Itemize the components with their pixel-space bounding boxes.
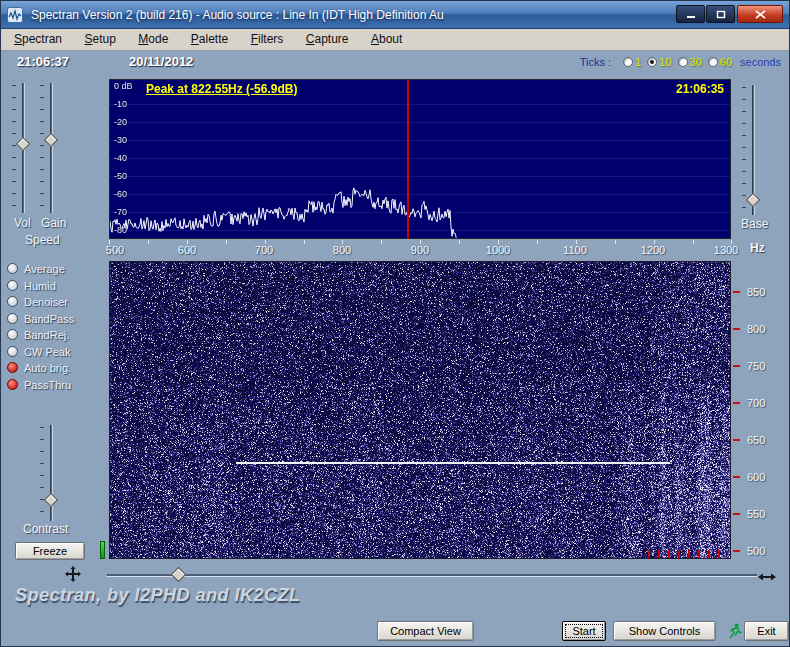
toggle-humid[interactable]: Humid: [7, 278, 103, 293]
resize-arrows-icon[interactable]: [758, 569, 776, 587]
tick-radio-60[interactable]: [708, 57, 718, 67]
offset-scrollbar-thumb[interactable]: [171, 567, 187, 583]
radio-dot: [650, 60, 654, 64]
tick-radio-10[interactable]: [647, 57, 657, 67]
show-controls-button[interactable]: Show Controls: [613, 621, 716, 641]
waterfall-canvas: [110, 262, 730, 558]
spectrum-panel[interactable]: 0 dB -10 -20 -30 -40 -50 -60 -70 -80 Pea…: [109, 79, 731, 239]
db-label: -30: [114, 135, 127, 145]
menubar: Spectran Setup Mode Palette Filters Capt…: [1, 29, 789, 51]
menu-spectran[interactable]: Spectran: [5, 29, 71, 50]
exit-button[interactable]: Exit: [744, 621, 789, 641]
menu-palette[interactable]: Palette: [182, 29, 237, 50]
base-slider[interactable]: [747, 85, 761, 215]
frequency-scale: 500 600 700 800 900 1000 1100 1200 1300: [1, 240, 789, 260]
vol-slider[interactable]: [17, 83, 31, 213]
db-label: 0 dB: [114, 81, 133, 91]
db-label: -40: [114, 153, 127, 163]
wf-freq-tick: [733, 476, 740, 478]
minimize-button[interactable]: [676, 5, 705, 23]
gain-slider-thumb[interactable]: [44, 133, 58, 147]
wf-freq-label: 550: [747, 508, 765, 520]
toggle-average[interactable]: Average: [7, 261, 103, 276]
tick-radio-1[interactable]: [623, 57, 633, 67]
exit-runner-icon: [728, 623, 742, 643]
current-time: 21:06:37: [17, 54, 69, 69]
toggle-led: [7, 346, 18, 357]
toggle-led: [7, 379, 18, 390]
maximize-button[interactable]: [706, 5, 735, 23]
titlebar[interactable]: Spectran Version 2 (build 216) - Audio s…: [1, 1, 789, 29]
wf-freq-tick: [733, 513, 740, 515]
freq-label: 900: [411, 244, 429, 256]
start-button[interactable]: Start: [562, 621, 606, 641]
freq-label: 500: [106, 244, 124, 256]
tick-option-label: 30: [690, 56, 702, 68]
wf-freq-tick: [733, 365, 740, 367]
wf-freq-tick: [733, 550, 740, 552]
toggle-passthru[interactable]: PassThru: [7, 377, 103, 392]
freq-label: 1100: [563, 244, 587, 256]
app-icon: [7, 7, 23, 23]
wf-freq-tick: [733, 402, 740, 404]
pan-icon[interactable]: [65, 566, 81, 586]
frequency-cursor: [407, 80, 409, 238]
slider-ticks: [40, 427, 44, 519]
toggle-bandrej[interactable]: BandRej.: [7, 327, 103, 342]
menu-about[interactable]: About: [362, 29, 411, 50]
freq-label: 800: [333, 244, 351, 256]
contrast-slider-thumb[interactable]: [44, 493, 58, 507]
menu-capture[interactable]: Capture: [297, 29, 358, 50]
toggle-led: [7, 362, 18, 373]
wf-freq-label: 800: [747, 323, 765, 335]
wf-freq-label: 850: [747, 286, 765, 298]
toggle-auto-brightness[interactable]: Auto brig.: [7, 360, 103, 375]
spectrum-timestamp: 21:06:35: [676, 82, 724, 96]
window-title: Spectran Version 2 (build 216) - Audio s…: [31, 1, 444, 29]
freq-label: 1000: [486, 244, 510, 256]
toggle-denoiser[interactable]: Denoiser: [7, 294, 103, 309]
wf-freq-label: 600: [747, 471, 765, 483]
slider-ticks: [40, 85, 44, 211]
gain-slider[interactable]: [45, 83, 59, 213]
freq-label: 600: [178, 244, 196, 256]
toggle-led: [7, 280, 18, 291]
menu-filters[interactable]: Filters: [242, 29, 293, 50]
vol-slider-thumb[interactable]: [16, 137, 30, 151]
toggle-led: [7, 329, 18, 340]
wf-freq-tick: [733, 328, 740, 330]
toggle-cw-peak[interactable]: CW Peak: [7, 344, 103, 359]
wf-freq-tick: [733, 291, 740, 293]
close-button[interactable]: [737, 5, 783, 23]
toggle-label: PassThru: [24, 379, 71, 391]
db-label: -80: [114, 225, 127, 235]
menu-mode[interactable]: Mode: [129, 29, 177, 50]
freq-label: 1300: [714, 244, 738, 256]
base-slider-thumb[interactable]: [746, 193, 760, 207]
vol-label: Vol: [14, 216, 31, 230]
toggle-led: [7, 263, 18, 274]
freq-label: 1200: [641, 244, 665, 256]
compact-view-button[interactable]: Compact View: [377, 621, 474, 641]
spectrum-canvas: [110, 80, 730, 238]
waterfall-panel[interactable]: [109, 261, 731, 559]
toggle-label: Denoiser: [24, 296, 68, 308]
toggle-label: BandPass: [24, 313, 74, 325]
db-label: -70: [114, 207, 127, 217]
hz-label: Hz: [750, 241, 765, 255]
db-label: -60: [114, 189, 127, 199]
toggle-label: CW Peak: [24, 346, 70, 358]
contrast-slider[interactable]: [45, 425, 59, 521]
toggle-bandpass[interactable]: BandPass: [7, 311, 103, 326]
wf-freq-label: 500: [747, 545, 765, 557]
slider-ticks: [742, 87, 746, 213]
credit-text: Spectran, by I2PHD and IK2CZL: [15, 585, 301, 606]
wf-freq-label: 700: [747, 397, 765, 409]
menu-setup[interactable]: Setup: [76, 29, 125, 50]
tick-radio-30[interactable]: [678, 57, 688, 67]
freeze-button[interactable]: Freeze: [15, 542, 85, 560]
toggle-led: [7, 296, 18, 307]
current-date: 20/11/2012: [129, 54, 193, 69]
db-label: -20: [114, 117, 127, 127]
offset-scrollbar[interactable]: [107, 574, 757, 577]
